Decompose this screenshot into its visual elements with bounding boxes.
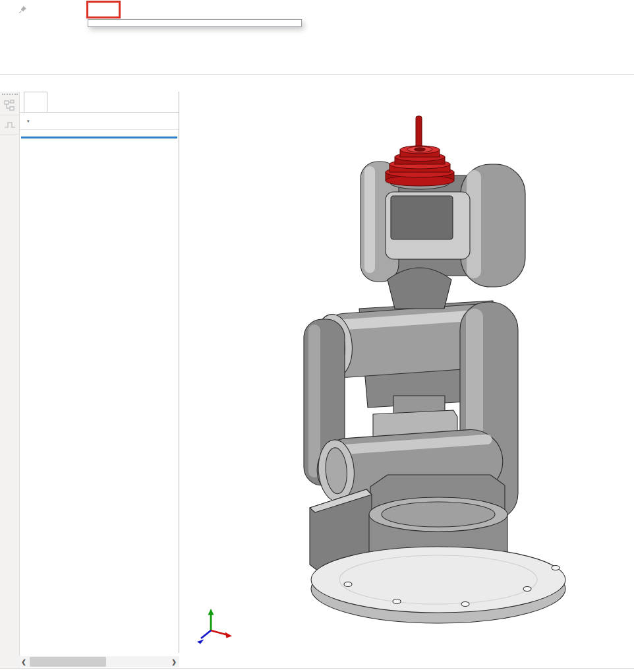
left-toolbar-strip	[0, 92, 20, 668]
panel-tab-bar	[20, 92, 179, 113]
property-manager-tab[interactable]	[49, 92, 72, 112]
feature-tree-tab[interactable]	[24, 92, 47, 112]
step-profile-icon[interactable]	[0, 115, 20, 135]
pin-icon[interactable]	[18, 5, 28, 15]
scrollbar-track[interactable]	[29, 656, 169, 667]
panel-horizontal-scrollbar[interactable]: ❮ ❯	[18, 656, 179, 667]
scroll-right-arrow-icon[interactable]: ❯	[169, 659, 179, 665]
tree-filter-row: ▾	[20, 113, 179, 130]
rollback-bar[interactable]	[21, 137, 177, 138]
x-axis-arrow-icon	[225, 632, 233, 638]
robot-arm-model	[179, 92, 634, 668]
hierarchy-icon[interactable]	[0, 96, 20, 115]
scroll-left-arrow-icon[interactable]: ❮	[18, 659, 29, 665]
scrollbar-thumb[interactable]	[30, 657, 106, 667]
status-bar	[0, 668, 634, 672]
orientation-triad	[191, 604, 239, 652]
red-end-effector	[386, 116, 454, 186]
graphics-viewport[interactable]	[179, 92, 634, 668]
command-manager-tabs	[0, 75, 179, 92]
file-menu-dropdown	[88, 19, 302, 27]
panel-drag-handle[interactable]	[2, 94, 18, 95]
feature-tree	[20, 130, 179, 133]
z-axis-arrow-icon	[197, 640, 204, 644]
annotation-box-datei	[86, 1, 121, 18]
configuration-manager-tab[interactable]	[74, 92, 98, 112]
y-axis-arrow-icon	[208, 609, 214, 615]
feature-manager-panel: ▾	[20, 92, 179, 653]
dropdown-caret-icon[interactable]: ▾	[27, 119, 30, 124]
